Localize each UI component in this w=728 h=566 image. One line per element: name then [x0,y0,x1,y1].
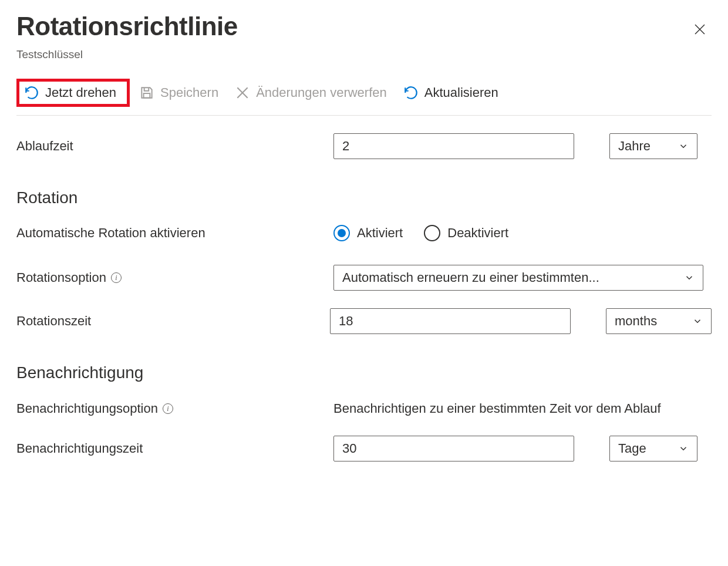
rotation-section-title: Rotation [16,188,712,207]
chevron-down-icon [678,443,689,454]
discard-button: Änderungen verwerfen [228,82,394,104]
expiry-input[interactable] [333,133,574,159]
chevron-down-icon [678,141,689,151]
rotation-option-label: Rotationsoption i [16,270,333,285]
toolbar: Jetzt drehen Speichern Änderungen verwer… [16,79,712,116]
rotation-time-unit-value: months [615,314,657,329]
page-subtitle: Testschlüssel [16,48,712,61]
discard-label: Änderungen verwerfen [256,85,387,100]
expiry-unit-select[interactable]: Jahre [609,133,697,159]
discard-icon [235,85,250,100]
save-icon [139,85,154,100]
svg-rect-0 [144,93,150,98]
refresh-button[interactable]: Aktualisieren [396,82,505,104]
rotation-time-unit-select[interactable]: months [606,308,712,334]
rotation-time-input[interactable] [330,308,571,334]
save-label: Speichern [160,85,218,100]
close-button[interactable] [688,18,712,43]
info-icon[interactable]: i [163,403,173,414]
rotation-option-value: Automatisch erneuern zu einer bestimmten… [342,270,599,285]
rotate-now-label: Jetzt drehen [45,85,116,100]
notification-time-unit-value: Tage [618,441,646,456]
radio-circle-selected [333,225,350,241]
notification-time-unit-select[interactable]: Tage [609,436,697,461]
enable-rotation-label: Automatische Rotation aktivieren [16,225,333,241]
save-button: Speichern [132,82,225,104]
rotation-disabled-label: Deaktiviert [447,225,508,241]
chevron-down-icon [692,316,703,326]
rotation-option-select[interactable]: Automatisch erneuern zu einer bestimmten… [333,265,703,291]
notification-option-label: Benachrichtigungsoption i [16,401,333,416]
close-icon [693,22,707,36]
notification-section-title: Benachrichtigung [16,363,712,382]
refresh-icon [403,85,419,100]
notification-option-value: Benachrichtigen zu einer bestimmten Zeit… [333,400,661,418]
chevron-down-icon [684,272,695,283]
expiry-unit-value: Jahre [618,139,651,154]
refresh-label: Aktualisieren [424,85,498,100]
rotation-time-label: Rotationszeit [16,314,330,329]
rotate-icon [24,85,39,100]
notification-time-input[interactable] [333,436,574,461]
info-icon[interactable]: i [111,272,122,283]
rotate-now-button[interactable]: Jetzt drehen [16,79,130,107]
rotation-enabled-label: Aktiviert [357,225,403,241]
notification-time-label: Benachrichtigungszeit [16,441,333,456]
rotation-disabled-radio[interactable]: Deaktiviert [424,225,508,241]
rotation-enabled-radio[interactable]: Aktiviert [333,225,403,241]
page-title: Rotationsrichtlinie [16,12,238,41]
radio-circle [424,225,440,241]
expiry-label: Ablaufzeit [16,139,333,154]
